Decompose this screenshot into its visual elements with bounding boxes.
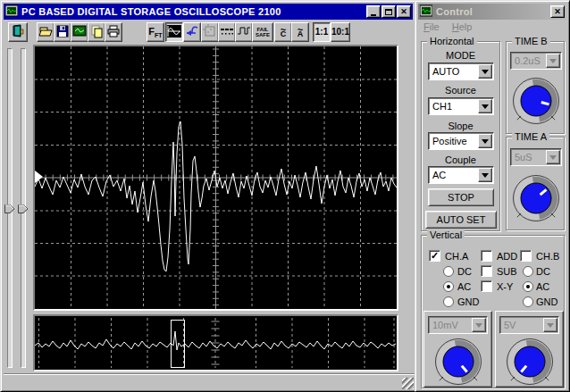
cha-gnd-radio[interactable] <box>443 296 454 307</box>
mode-combobox[interactable]: AUTO <box>428 63 494 80</box>
maximize-button[interactable] <box>381 5 396 18</box>
source-combobox[interactable]: CH1 <box>428 97 494 115</box>
failsafe-button[interactable]: FAILSAFE <box>252 22 273 42</box>
chb-label: CH.B <box>536 251 559 262</box>
control-titlebar[interactable]: Control ✕ <box>418 4 566 20</box>
mode-dropdown-button[interactable] <box>478 64 492 79</box>
chb-dc-radio[interactable] <box>523 266 533 277</box>
trigger-level-marker[interactable] <box>35 171 43 183</box>
cha-gnd-label: GND <box>457 296 479 307</box>
cha-position-knob[interactable] <box>432 335 485 388</box>
channel-a-button[interactable]: ~A <box>291 22 309 42</box>
print-button[interactable] <box>105 22 122 42</box>
channel-a-position-slider[interactable] <box>4 48 15 368</box>
horizontal-group-label: Horizontal <box>427 36 477 46</box>
cha-ac-radio[interactable] <box>443 281 454 292</box>
control-close-button[interactable]: ✕ <box>550 5 565 18</box>
menu-help[interactable]: Help <box>452 21 473 36</box>
slope-label: Slope <box>422 121 499 131</box>
couple-combobox[interactable]: AC <box>428 166 494 184</box>
control-window-title: Control <box>436 6 473 17</box>
time-a-label: TIME A <box>512 131 549 142</box>
window-title: PC BASED DIGITAL STORAGE OSCILLOSCOPE 21… <box>21 6 281 17</box>
close-button[interactable]: ✕ <box>397 5 411 18</box>
mode-value: AUTO <box>432 66 459 77</box>
main-window: PC BASED DIGITAL STORAGE OSCILLOSCOPE 21… <box>0 0 416 392</box>
chevron-down-icon <box>475 323 482 331</box>
channel-c-button[interactable]: ~C <box>274 22 292 42</box>
channel-b-slider-thumb[interactable] <box>18 204 29 213</box>
slope-combobox[interactable]: Positive <box>428 132 494 150</box>
sub-checkbox[interactable] <box>481 265 492 277</box>
capture-button[interactable] <box>71 22 88 42</box>
exit-button[interactable] <box>8 22 28 42</box>
control-window: Control ✕ File Help Horizontal MODE AUTO… <box>415 0 570 392</box>
time-b-combobox: 0.2uS <box>510 52 562 70</box>
stop-button[interactable]: STOP <box>428 188 494 206</box>
cha-scale-panel: 10mV <box>423 311 492 388</box>
copy-button[interactable] <box>88 22 105 42</box>
time-a-group: TIME A 5uS <box>506 137 565 230</box>
save-button[interactable] <box>54 22 71 42</box>
toolbar: FFT FAILSAFE ~C ~A 1:1 10:1 <box>4 21 415 44</box>
zoom-selection-box[interactable] <box>171 320 185 368</box>
fft-button[interactable]: FFT <box>147 22 164 42</box>
back-arrow-icon <box>185 25 199 39</box>
horizontal-group: Horizontal MODE AUTO Source CH1 Slope Po… <box>421 41 500 231</box>
vertical-group-label: Vertical <box>427 229 465 240</box>
channel-b-position-slider[interactable] <box>18 48 29 368</box>
add-checkbox[interactable] <box>481 250 492 262</box>
dotted-line-button[interactable] <box>218 22 236 42</box>
minimize-button[interactable] <box>366 5 381 18</box>
fft-icon: FFT <box>148 27 162 38</box>
grid-icon <box>203 24 217 40</box>
sine-wave-icon <box>167 25 181 39</box>
slope-dropdown-button[interactable] <box>478 134 492 148</box>
resize-grip[interactable] <box>402 378 414 389</box>
channel-a-slider-thumb[interactable] <box>4 204 15 213</box>
tilde-c-icon: ~C <box>281 28 287 37</box>
chb-ac-radio[interactable] <box>523 281 533 292</box>
waveform-display-button[interactable] <box>165 22 183 42</box>
chb-checkbox[interactable] <box>520 250 532 262</box>
main-titlebar[interactable]: PC BASED DIGITAL STORAGE OSCILLOSCOPE 21… <box>4 4 413 20</box>
chb-dc-label: DC <box>536 266 550 277</box>
couple-label: Couple <box>422 154 499 165</box>
add-label: ADD <box>497 251 517 262</box>
cha-volt-combobox: 10mV <box>428 316 488 334</box>
copy-pages-icon <box>89 24 104 40</box>
source-value: CH1 <box>432 101 452 112</box>
time-b-value: 0.2uS <box>515 55 541 66</box>
probe-1-1-button[interactable]: 1:1 <box>313 22 331 42</box>
chevron-down-icon <box>482 104 489 113</box>
auto-set-button[interactable]: AUTO SET <box>425 211 497 229</box>
open-button[interactable] <box>37 22 54 42</box>
chb-position-knob[interactable] <box>503 335 557 388</box>
time-a-combobox: 5uS <box>510 148 562 166</box>
back-arrow-button[interactable] <box>183 22 201 42</box>
chevron-down-icon <box>549 59 557 67</box>
cha-checkbox[interactable] <box>429 250 440 262</box>
time-a-knob[interactable] <box>509 171 563 225</box>
xy-checkbox[interactable] <box>481 280 492 292</box>
chevron-down-icon <box>547 323 554 331</box>
time-b-label: TIME B <box>512 36 550 46</box>
chevron-down-icon <box>482 173 489 181</box>
chb-gnd-radio[interactable] <box>523 296 533 307</box>
open-folder-icon <box>38 24 53 40</box>
vertical-group: Vertical CH.A ADD CH.B DC SUB DC AC X-Y … <box>421 235 565 388</box>
square-wave-button[interactable] <box>235 22 253 42</box>
control-app-icon <box>420 4 432 19</box>
tilde-a-icon: ~A <box>298 28 304 37</box>
couple-dropdown-button[interactable] <box>478 168 492 182</box>
probe-10-1-button[interactable]: 10:1 <box>331 22 350 42</box>
time-b-knob[interactable] <box>509 74 563 128</box>
cha-volt-value: 10mV <box>432 320 458 330</box>
menu-file[interactable]: File <box>423 21 440 36</box>
source-dropdown-button[interactable] <box>478 99 492 113</box>
chb-volt-value: 5V <box>504 320 516 330</box>
cha-dc-radio[interactable] <box>443 266 454 277</box>
close-icon: ✕ <box>400 8 407 16</box>
chb-ac-label: AC <box>536 281 549 292</box>
xy-label: X-Y <box>497 281 513 292</box>
